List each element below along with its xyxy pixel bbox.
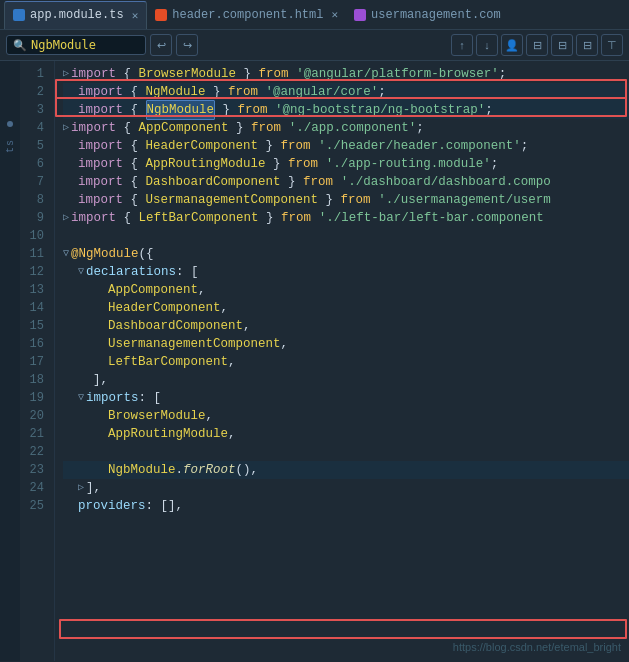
prop-imports: imports [86,389,139,407]
code-line-10 [63,227,629,245]
line-num-22: 22 [20,443,48,461]
indent-16 [63,335,108,353]
str-1: '@angular/platform-browser' [296,65,499,83]
forward-button[interactable]: ↪ [176,34,198,56]
code-line-2: import { NgModule } from '@angular/core'… [63,83,629,101]
filter1-button[interactable]: ⊟ [526,34,548,56]
sidebar-indicator [7,121,13,127]
cls-AppComponent: AppComponent [139,119,229,137]
line-num-17: 17 [20,353,48,371]
code-line-25: providers : [], [63,497,629,515]
fold-icon-12[interactable]: ▽ [78,263,84,281]
cls-NgbModule-forRoot: NgbModule [108,461,176,479]
str-9: './left-bar/left-bar.component [319,209,544,227]
nav-up-button[interactable]: ↑ [451,34,473,56]
fold-icon-19[interactable]: ▽ [78,389,84,407]
watermark: https://blog.csdn.net/etemal_bright [453,641,621,653]
pun-9c [311,209,319,227]
pun-12: : [ [176,263,199,281]
line-numbers: 1 2 3 4 5 6 7 8 9 10 11 12 13 14 15 16 1… [20,61,55,661]
code-line-18: ], [63,371,629,389]
tab-close-app-module[interactable]: ✕ [132,9,139,22]
back-button[interactable]: ↩ [150,34,172,56]
search-bar: 🔍 NgbModule ↩ ↪ ↑ ↓ 👤 ⊟ ⊟ ⊟ ⊤ [0,30,629,61]
tab-usermanagement[interactable]: usermanagement.com [346,1,509,29]
code-line-16: UsermanagementComponent , [63,335,629,353]
line-num-8: 8 [20,191,48,209]
pun-3a: { [123,101,146,119]
kw-from-9: from [281,209,311,227]
fold-icon-1[interactable]: ▷ [63,65,69,83]
indent-25 [63,497,78,515]
nav-down-button[interactable]: ↓ [476,34,498,56]
code-line-7: import { DashboardComponent } from './da… [63,173,629,191]
line-num-3: 3 [20,101,48,119]
highlight-line23 [59,619,627,639]
fold-icon-9[interactable]: ▷ [63,209,69,227]
code-line-11: ▽ @NgModule ({ [63,245,629,263]
code-line-22 [63,443,629,461]
dec-NgModule: @NgModule [71,245,139,263]
str-2: '@angular/core' [266,83,379,101]
prop-declarations: declarations [86,263,176,281]
pun-25: : [], [146,497,184,515]
pun-4: { [116,119,139,137]
indent-23 [63,461,108,479]
ts-icon [13,9,25,21]
funnel-button[interactable]: ⊤ [601,34,623,56]
code-line-5: import { HeaderComponent } from './heade… [63,137,629,155]
pun-11: ({ [139,245,154,263]
pun-1d: ; [499,65,507,83]
line-num-20: 20 [20,407,48,425]
code-line-9: ▷ import { LeftBarComponent } from './le… [63,209,629,227]
filter3-button[interactable]: ⊟ [576,34,598,56]
tab-app-module[interactable]: app.module.ts ✕ [4,1,147,29]
pun-3b: } [215,101,238,119]
search-value: NgbModule [31,38,96,52]
kw-import-6: import [78,155,123,173]
tab-close-header[interactable]: ✕ [331,8,338,21]
code-wrapper: ▷ import { BrowserModule } from '@angula… [55,61,629,661]
prop-providers: providers [78,497,146,515]
pun-1: { [116,65,139,83]
line-num-23: 23 [20,461,48,479]
search-input-wrap[interactable]: 🔍 NgbModule [6,35,146,55]
code-line-13: AppComponent , [63,281,629,299]
kw-from-4: from [251,119,281,137]
tab-header-component[interactable]: header.component.html ✕ [147,1,346,29]
tab-label-header-component: header.component.html [172,8,323,22]
kw-import-1: import [71,65,116,83]
pun-5b: } [258,137,281,155]
pun-6c [318,155,326,173]
cls-NgModule: NgModule [146,83,206,101]
indent-20 [63,407,108,425]
code-content[interactable]: ▷ import { BrowserModule } from '@angula… [55,61,629,519]
fold-icon-11[interactable]: ▽ [63,245,69,263]
pun-8b: } [318,191,341,209]
code-line-6: import { AppRoutingModule } from './app-… [63,155,629,173]
indent-21 [63,425,108,443]
user-icon-button[interactable]: 👤 [501,34,523,56]
indent-19 [63,389,78,407]
pun-6b: } [266,155,289,173]
pun-4d: ; [416,119,424,137]
fold-icon-24[interactable]: ▷ [78,479,84,497]
line-num-14: 14 [20,299,48,317]
indent-15 [63,317,108,335]
html-icon [155,9,167,21]
toolbar-buttons: ↑ ↓ 👤 ⊟ ⊟ ⊟ ⊤ [451,34,623,56]
pun-8c [371,191,379,209]
filter2-button[interactable]: ⊟ [551,34,573,56]
kw-from-5: from [281,137,311,155]
kw-import-8: import [78,191,123,209]
line-num-13: 13 [20,281,48,299]
indent-18 [63,371,93,389]
code-line-21: AppRoutingModule , [63,425,629,443]
pun-5c [311,137,319,155]
pun-8: { [123,191,146,209]
indent-7 [63,173,78,191]
fold-icon-4[interactable]: ▷ [63,119,69,137]
pun-20: , [206,407,214,425]
line-num-19: 19 [20,389,48,407]
cls-LeftBarComponent: LeftBarComponent [139,209,259,227]
